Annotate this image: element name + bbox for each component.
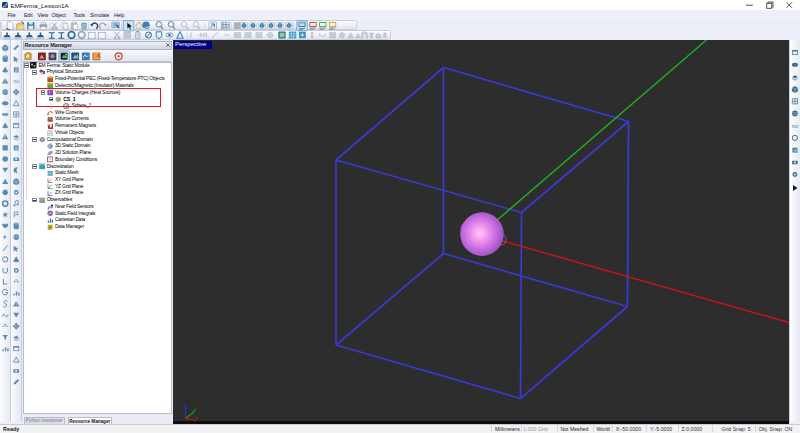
svg-text:nu: nu (13, 77, 19, 83)
svg-text:nu: nu (791, 122, 797, 128)
